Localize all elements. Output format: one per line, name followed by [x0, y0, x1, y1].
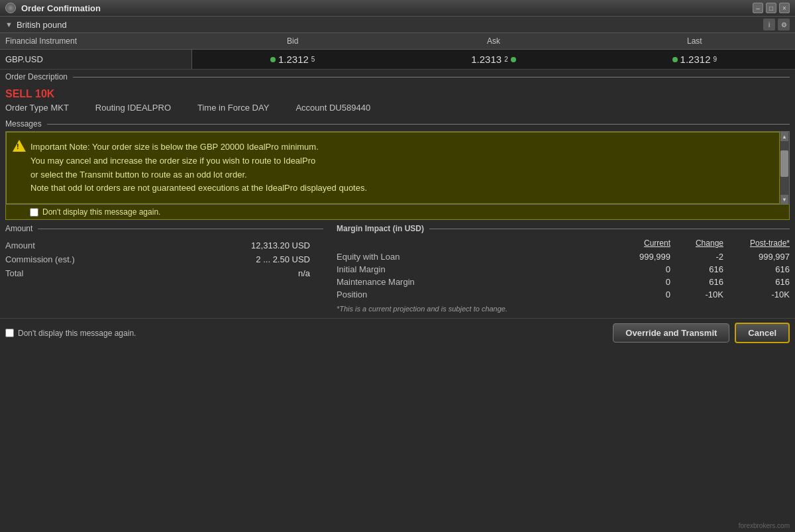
- margin-row-2: Maintenance Margin 0 616 616: [337, 276, 790, 288]
- british-pound-label: British pound: [17, 20, 759, 30]
- amount-row-2: Total n/a: [5, 266, 323, 280]
- margin-current-2: 0: [604, 277, 670, 287]
- ask-main: 1.2313: [471, 54, 502, 65]
- margin-posttrade-2: 616: [723, 277, 790, 287]
- margin-table: Current Change Post-trade* Equity with L…: [337, 239, 790, 313]
- messages-text: Important Note: Your order size is below…: [6, 132, 780, 204]
- margin-posttrade-1: 616: [723, 264, 790, 274]
- scroll-thumb[interactable]: [780, 150, 788, 177]
- margin-col-0: [337, 239, 604, 248]
- order-description-label: Order Description: [5, 72, 68, 81]
- ask-super: 2: [504, 56, 508, 63]
- last-super: 9: [713, 56, 717, 63]
- amount-label-2: Total: [5, 268, 111, 278]
- title-bar-controls: – □ ×: [753, 3, 790, 13]
- footer-dont-show-text: Don't display this message again.: [18, 329, 136, 338]
- bottom-sections: Amount Amount 12,313.20 USD Commission (…: [0, 224, 795, 313]
- margin-change-0: -2: [670, 252, 723, 262]
- maximize-button[interactable]: □: [766, 3, 776, 13]
- order-details-row: Order Type MKT Routing IDEALPRO Time in …: [5, 103, 790, 113]
- margin-current-0: 999,999: [604, 252, 670, 262]
- col-bid: Bid: [192, 35, 393, 47]
- override-transmit-button[interactable]: Override and Transmit: [613, 323, 729, 343]
- bid-dot: [270, 57, 276, 62]
- footer-dont-show: Don't display this message again.: [5, 329, 606, 338]
- title-text: Order Confirmation: [21, 3, 747, 13]
- amount-table: Amount 12,313.20 USD Commission (est.) 2…: [5, 239, 323, 280]
- warning-triangle: [13, 140, 26, 152]
- cancel-button[interactable]: Cancel: [735, 323, 790, 343]
- amount-row-1: Commission (est.) 2 ... 2.50 USD: [5, 252, 323, 266]
- margin-row-1: Initial Margin 0 616 616: [337, 263, 790, 276]
- bid-main: 1.2312: [278, 54, 309, 65]
- warning-icon: [13, 140, 26, 153]
- title-bar: Order Confirmation – □ ×: [0, 0, 795, 17]
- margin-posttrade-0: 999,997: [723, 252, 790, 262]
- messages-content: Important Note: Your order size is below…: [5, 131, 790, 205]
- instrument-name: GBP.USD: [0, 50, 192, 69]
- order-description-section: SELL 10K Order Type MKT Routing IDEALPRO…: [0, 84, 795, 117]
- scroll-up-arrow[interactable]: ▲: [780, 132, 788, 141]
- margin-current-3: 0: [604, 290, 670, 299]
- close-button[interactable]: ×: [779, 3, 790, 13]
- margin-label-2: Maintenance Margin: [337, 277, 604, 287]
- margin-header: Margin Impact (in USD): [337, 224, 790, 233]
- footer-dont-show-checkbox[interactable]: [5, 329, 14, 337]
- instrument-table-header: Financial Instrument Bid Ask Last: [0, 33, 795, 50]
- routing-item: Routing IDEALPRO: [95, 103, 171, 113]
- watermark: forexbrokers.com: [739, 522, 790, 529]
- bid-super: 5: [311, 56, 315, 63]
- amount-line: [38, 229, 323, 229]
- bp-icons: i ⚙: [763, 19, 790, 30]
- amount-header: Amount: [5, 224, 323, 233]
- messages-header: Messages: [0, 117, 795, 131]
- margin-change-1: 616: [670, 264, 723, 274]
- time-in-force-item: Time in Force DAY: [197, 103, 269, 113]
- messages-label: Messages: [5, 119, 42, 129]
- order-type-item: Order Type MKT: [5, 103, 69, 113]
- amount-label-0: Amount: [5, 240, 111, 250]
- order-sell-label: SELL 10K: [5, 88, 790, 100]
- margin-current-1: 0: [604, 264, 670, 274]
- footer-buttons: Override and Transmit Cancel: [613, 323, 790, 343]
- margin-col-headers: Current Change Post-trade*: [337, 239, 790, 248]
- margin-title: Margin Impact (in USD): [337, 224, 424, 233]
- amount-value-0: 12,313.20 USD: [111, 240, 323, 250]
- order-description-header: Order Description: [0, 70, 795, 84]
- margin-change-3: -10K: [670, 290, 723, 299]
- margin-line: [429, 229, 790, 229]
- last-dot: [672, 57, 678, 62]
- messages-line: [47, 124, 790, 125]
- margin-label-0: Equity with Loan: [337, 252, 604, 262]
- scroll-down-arrow[interactable]: ▼: [780, 195, 788, 204]
- margin-row-0: Equity with Loan 999,999 -2 999,997: [337, 250, 790, 263]
- minimize-button[interactable]: –: [753, 3, 763, 13]
- amount-value-2: n/a: [111, 268, 323, 278]
- messages-scrollbar[interactable]: ▲ ▼: [780, 132, 789, 204]
- settings-icon[interactable]: ⚙: [778, 19, 790, 30]
- amount-title: Amount: [5, 224, 32, 233]
- order-description-line: [73, 77, 790, 78]
- last-main: 1.2312: [680, 54, 711, 65]
- margin-row-3: Position 0 -10K -10K: [337, 288, 790, 301]
- account-item: Account DU589440: [295, 103, 370, 113]
- col-last: Last: [594, 35, 795, 47]
- amount-row-0: Amount 12,313.20 USD: [5, 239, 323, 252]
- footer: Don't display this message again. Overri…: [0, 318, 795, 347]
- british-pound-header: ▼ British pound i ⚙: [0, 17, 795, 33]
- messages-dont-show-label: Don't display this message again.: [42, 207, 160, 217]
- margin-col-1: Current: [604, 239, 670, 248]
- margin-label-1: Initial Margin: [337, 264, 604, 274]
- margin-note: *This is a current projection and is sub…: [337, 305, 790, 313]
- margin-posttrade-3: -10K: [723, 290, 790, 299]
- col-ask: Ask: [393, 35, 594, 47]
- amount-value-1: 2 ... 2.50 USD: [111, 254, 323, 264]
- margin-col-2: Change: [670, 239, 723, 248]
- messages-dont-show-checkbox[interactable]: [30, 208, 38, 217]
- info-icon[interactable]: i: [763, 19, 775, 30]
- ask-price: 1.23132: [393, 51, 594, 68]
- amount-label-1: Commission (est.): [5, 254, 111, 264]
- collapse-arrow[interactable]: ▼: [5, 21, 13, 28]
- last-price: 1.23129: [594, 51, 795, 68]
- title-icon: [5, 3, 16, 13]
